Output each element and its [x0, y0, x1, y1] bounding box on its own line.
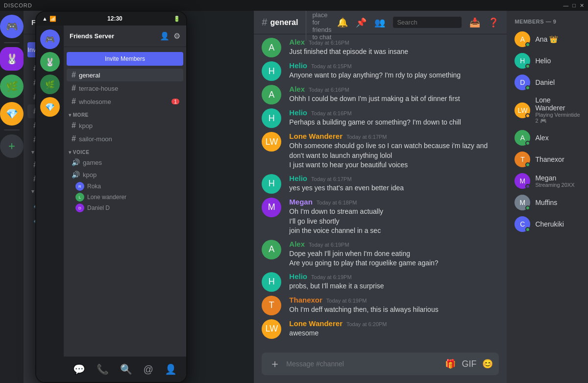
message-header: AlexToday at 6:19PM [289, 240, 499, 248]
mobile-more-category[interactable]: ▾ MORE [64, 108, 186, 119]
member-name: Muffins [535, 199, 580, 206]
member-item[interactable]: DDaniel [511, 72, 584, 93]
message-content: ThanexorToday at 6:19PMOh I'm deff watch… [289, 296, 499, 315]
minimize-button[interactable]: — [563, 2, 568, 9]
member-name: Daniel [535, 78, 580, 86]
window-controls[interactable]: — □ ✕ [563, 2, 584, 9]
member-item[interactable]: MMeganStreaming 20XX [511, 170, 584, 192]
mobile-voice-user-1[interactable]: R Roka [64, 181, 186, 192]
gift-icon[interactable]: 🎁 [445, 358, 456, 369]
mobile-discord-icon[interactable]: 🎮 [40, 29, 60, 49]
mobile-settings-icon[interactable]: ⚙ [173, 31, 180, 41]
mobile-channel-kpop[interactable]: # kpop [67, 119, 183, 132]
message-text: join the voice channel in a sec [289, 226, 499, 236]
member-name: Megan [535, 174, 580, 182]
member-item[interactable]: AAlex [511, 127, 584, 149]
message-text: Ohhh I could be down I'm just making a b… [289, 94, 499, 104]
mobile-call-icon[interactable]: 📞 [97, 363, 109, 375]
maximize-button[interactable]: □ [572, 2, 576, 9]
server-icon-discord[interactable]: 🎮 [0, 15, 24, 38]
message-text: Dope yeah I'll join when I'm done eating [289, 249, 499, 259]
mobile-profile-icon[interactable]: 👤 [165, 363, 177, 375]
message-author[interactable]: Thanexor [289, 296, 322, 304]
mobile-server-header[interactable]: Friends Server 👤 ⚙ [64, 26, 186, 47]
mobile-search-icon[interactable]: 🔍 [120, 363, 132, 375]
member-info: Cherukiki [535, 220, 580, 228]
message-group: LWLone WandererToday at 6:17PMOhh someon… [254, 130, 507, 172]
message-header: AlexToday at 6:16PM [289, 85, 499, 93]
member-info: MeganStreaming 20XX [535, 174, 580, 188]
emoji-icon[interactable]: 😊 [482, 358, 493, 369]
message-author[interactable]: Alex [289, 240, 305, 248]
member-avatar: LW [514, 102, 530, 118]
wifi-icon: ▲ [42, 16, 48, 22]
mobile-mentions-icon[interactable]: @ [144, 364, 153, 375]
message-author[interactable]: Helio [289, 61, 307, 70]
notification-icon[interactable]: 🔔 [337, 17, 348, 28]
mobile-server-2[interactable]: 🌿 [40, 75, 60, 94]
server-icon-3[interactable]: 💎 [0, 102, 24, 126]
mobile-channel-sailor[interactable]: # sailor-moon [67, 132, 183, 145]
mobile-user-avatar-roka: R [75, 182, 84, 191]
mobile-hash-icon-3: # [72, 97, 76, 106]
message-text: Perhaps a building game or something? I'… [289, 118, 499, 128]
gif-icon[interactable]: GIF [462, 359, 476, 369]
message-header: Lone WandererToday at 6:17PM [289, 132, 499, 140]
mobile-invite-button[interactable]: Invite Members [67, 52, 183, 66]
message-group: LWLone WandererToday at 6:20PMawesome [254, 317, 507, 341]
message-author[interactable]: Helio [289, 108, 307, 117]
mobile-voice-user-3[interactable]: D Daniel D [64, 203, 186, 213]
mobile-channel-wholesome[interactable]: # wholesome 1 [67, 95, 183, 108]
message-author[interactable]: Helio [289, 174, 307, 182]
add-attachment-button[interactable]: ＋ [268, 353, 282, 375]
member-item[interactable]: CCherukiki [511, 213, 584, 235]
status-dot [525, 64, 530, 69]
member-item[interactable]: HHelio [511, 50, 584, 72]
inbox-icon[interactable]: 📥 [469, 17, 480, 28]
mobile-voice-category[interactable]: ▾ VOICE [64, 146, 186, 156]
message-author[interactable]: Lone Wanderer [289, 132, 343, 140]
message-content: AlexToday at 6:16PMOhhh I could be down … [289, 85, 499, 104]
member-item[interactable]: AAna 👑 [511, 28, 584, 50]
message-author[interactable]: Megan [289, 198, 313, 206]
message-author[interactable]: Lone Wanderer [289, 319, 343, 328]
mobile-server-3[interactable]: 💎 [40, 97, 60, 117]
member-item[interactable]: MMuffins [511, 192, 584, 213]
mobile-chat-icon[interactable]: 💬 [73, 363, 85, 375]
pin-icon[interactable]: 📌 [356, 17, 367, 28]
server-icon-friends[interactable]: 🐰 [0, 47, 24, 71]
mobile-voice-channel-games: games [83, 159, 102, 166]
mobile-channel-terrace[interactable]: # terrace-house [67, 82, 183, 95]
signal-icon: 📶 [49, 16, 56, 22]
member-item[interactable]: TThanexor [511, 149, 584, 170]
mobile-channel-general[interactable]: # general [67, 69, 183, 81]
help-icon[interactable]: ❓ [488, 17, 499, 28]
member-activity: Streaming 20XX [535, 182, 580, 188]
title-bar: DISCORD — □ ✕ [0, 0, 588, 11]
members-icon[interactable]: 👥 [374, 17, 385, 28]
search-input[interactable] [393, 17, 462, 28]
add-server-button[interactable]: + [0, 134, 24, 158]
mobile-server-1[interactable]: 🐰 [40, 52, 60, 72]
message-avatar: H [262, 108, 281, 128]
member-item[interactable]: LWLone WandererPlaying Vermintide 2 🎮 [511, 93, 584, 127]
message-author[interactable]: Alex [289, 85, 305, 93]
more-chevron-icon: ▾ [31, 149, 35, 155]
chat-input-wrapper: ＋ 🎁 GIF 😊 [262, 353, 499, 375]
message-author[interactable]: Alex [289, 38, 305, 46]
server-icon-2[interactable]: 🌿 [0, 75, 24, 98]
mobile-add-member-icon[interactable]: 👤 [160, 31, 170, 41]
messages-area[interactable]: LWLone WandererToday at 6:17PMI'm cravin… [254, 34, 507, 349]
member-info: Ana 👑 [535, 35, 580, 43]
mobile-hash-icon-5: # [72, 134, 76, 143]
mobile-voice-kpop[interactable]: 🔊 kpop [67, 169, 183, 180]
close-button[interactable]: ✕ [580, 2, 584, 9]
message-author[interactable]: Helio [289, 272, 307, 281]
member-info: Lone WandererPlaying Vermintide 2 🎮 [535, 96, 580, 124]
member-name: Alex [535, 134, 580, 142]
mobile-voice-games[interactable]: 🔊 games [67, 156, 183, 168]
mobile-voice-user-2[interactable]: L Lone wanderer [64, 192, 186, 203]
message-avatar: A [262, 38, 281, 57]
chat-input[interactable] [282, 355, 445, 373]
status-dot [525, 42, 530, 47]
